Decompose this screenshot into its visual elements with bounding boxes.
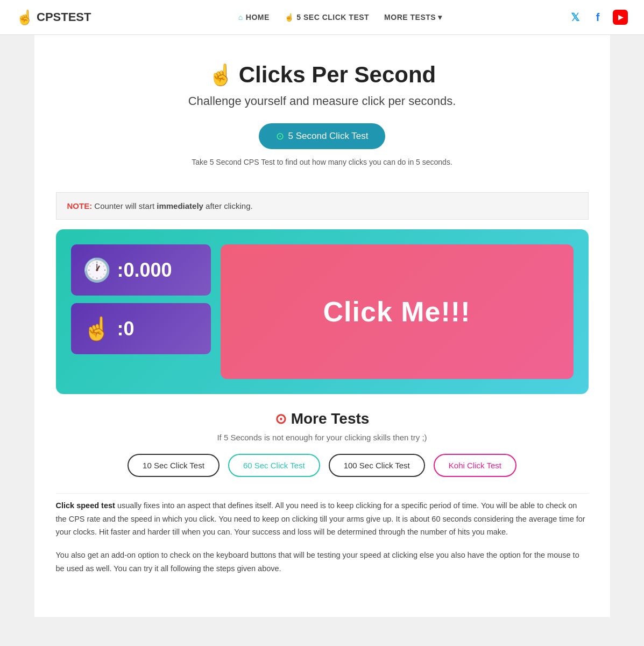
main-container: ☝ Clicks Per Second Challenge yourself a…: [34, 35, 610, 617]
note-box: NOTE: Counter will start immediately aft…: [56, 192, 589, 220]
chevron-down-icon: ▾: [438, 13, 442, 22]
nav-home-label: HOME: [246, 13, 270, 22]
note-bold-text: immediately: [157, 201, 203, 210]
more-tests-section: ⊙ More Tests If 5 Seconds is not enough …: [56, 410, 589, 477]
nav-sec-click-label: 5 SEC CLICK TEST: [296, 13, 369, 22]
test-kohi-label: Kohi Click Test: [449, 461, 501, 470]
nav-more-label: MORE TESTS: [384, 13, 436, 22]
more-tests-icon: ⊙: [275, 411, 287, 427]
hero-subtitle: Challenge yourself and measure click per…: [56, 94, 589, 108]
desc-paragraph-1: Click speed test usually fixes into an a…: [56, 499, 589, 539]
test-10sec-label: 10 Sec Click Test: [143, 461, 204, 470]
timer-value: :0.000: [117, 259, 172, 282]
timer-box: 🕐 :0.000: [71, 244, 211, 296]
desc-bold: Click speed test: [56, 501, 115, 510]
desc-text-1: usually fixes into an aspect that define…: [56, 501, 585, 536]
test-60sec-label: 60 Sec Click Test: [243, 461, 305, 470]
navbar: ☝ CPSTEST ⌂ HOME ☝ 5 SEC CLICK TEST MORE…: [0, 0, 644, 35]
note-label: NOTE:: [67, 201, 93, 210]
test-100sec-button[interactable]: 100 Sec Click Test: [329, 454, 425, 477]
hero-title-icon: ☝: [208, 63, 233, 87]
start-btn-icon: ⊙: [276, 130, 284, 142]
hero-title-text: Clicks Per Second: [239, 62, 436, 88]
click-me-button[interactable]: Click Me!!!: [221, 244, 574, 379]
logo-text: CPSTEST: [37, 10, 91, 24]
youtube-icon[interactable]: ▶: [613, 10, 628, 25]
logo[interactable]: ☝ CPSTEST: [16, 9, 91, 26]
test-100sec-label: 100 Sec Click Test: [344, 461, 410, 470]
nav-sec-click-test[interactable]: ☝ 5 SEC CLICK TEST: [285, 13, 369, 22]
more-tests-subtitle: If 5 Seconds is not enough for your clic…: [56, 433, 589, 442]
description-section: Click speed test usually fixes into an a…: [56, 493, 589, 590]
hero-section: ☝ Clicks Per Second Challenge yourself a…: [56, 51, 589, 182]
note-text: Counter will start: [94, 201, 157, 210]
clicks-value: :0: [117, 318, 135, 340]
clock-icon: 🕐: [83, 257, 111, 283]
logo-icon: ☝: [16, 9, 33, 26]
game-stats: 🕐 :0.000 ☝ :0: [71, 244, 211, 379]
more-tests-title: ⊙ More Tests: [56, 410, 589, 427]
hero-desc: Take 5 Second CPS Test to find out how m…: [56, 158, 589, 166]
test-60sec-button[interactable]: 60 Sec Click Test: [228, 454, 320, 477]
nav-home[interactable]: ⌂ HOME: [238, 13, 270, 22]
nav-social: 𝕏 f ▶: [568, 10, 628, 25]
test-kohi-button[interactable]: Kohi Click Test: [434, 454, 516, 477]
hand-icon: ☝: [285, 13, 294, 22]
more-tests-title-text: More Tests: [291, 410, 370, 427]
twitter-icon[interactable]: 𝕏: [568, 10, 583, 25]
test-buttons: 10 Sec Click Test 60 Sec Click Test 100 …: [56, 454, 589, 477]
desc-paragraph-2: You also get an add-on option to check o…: [56, 549, 589, 575]
facebook-icon[interactable]: f: [590, 10, 605, 25]
nav-links: ⌂ HOME ☝ 5 SEC CLICK TEST MORE TESTS ▾: [112, 13, 568, 22]
hero-title: ☝ Clicks Per Second: [56, 62, 589, 88]
start-btn-label: 5 Second Click Test: [288, 131, 369, 142]
clicks-box: ☝ :0: [71, 303, 211, 354]
nav-more-tests[interactable]: MORE TESTS ▾: [384, 13, 442, 22]
start-test-button[interactable]: ⊙ 5 Second Click Test: [259, 123, 386, 149]
note-text-after: after clicking.: [206, 201, 253, 210]
click-btn-label: Click Me!!!: [323, 296, 471, 328]
pointer-icon: ☝: [83, 315, 111, 342]
game-area: 🕐 :0.000 ☝ :0 Click Me!!!: [56, 229, 589, 394]
home-icon: ⌂: [238, 13, 243, 22]
test-10sec-button[interactable]: 10 Sec Click Test: [128, 454, 220, 477]
